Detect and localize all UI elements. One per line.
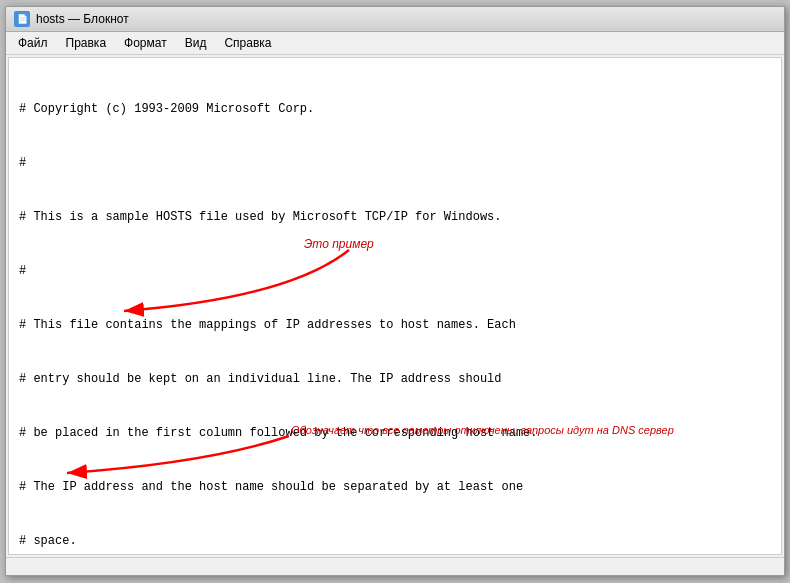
line-9: # space. — [19, 532, 771, 550]
menu-format[interactable]: Формат — [116, 34, 175, 52]
menu-help[interactable]: Справка — [216, 34, 279, 52]
line-2: # — [19, 154, 771, 172]
line-3: # This is a sample HOSTS file used by Mi… — [19, 208, 771, 226]
editor-content: # Copyright (c) 1993-2009 Microsoft Corp… — [19, 64, 771, 555]
text-editor[interactable]: # Copyright (c) 1993-2009 Microsoft Corp… — [8, 57, 782, 555]
menu-bar: Файл Правка Формат Вид Справка — [6, 32, 784, 55]
line-5: # This file contains the mappings of IP … — [19, 316, 771, 334]
title-bar: 📄 hosts — Блокнот — [6, 7, 784, 32]
menu-edit[interactable]: Правка — [58, 34, 115, 52]
line-4: # — [19, 262, 771, 280]
status-bar — [6, 557, 784, 575]
notepad-window: 📄 hosts — Блокнот Файл Правка Формат Вид… — [5, 6, 785, 576]
menu-file[interactable]: Файл — [10, 34, 56, 52]
line-7: # be placed in the first column followed… — [19, 424, 771, 442]
window-title: hosts — Блокнот — [36, 12, 129, 26]
menu-view[interactable]: Вид — [177, 34, 215, 52]
line-1: # Copyright (c) 1993-2009 Microsoft Corp… — [19, 100, 771, 118]
line-6: # entry should be kept on an individual … — [19, 370, 771, 388]
line-8: # The IP address and the host name shoul… — [19, 478, 771, 496]
app-icon: 📄 — [14, 11, 30, 27]
